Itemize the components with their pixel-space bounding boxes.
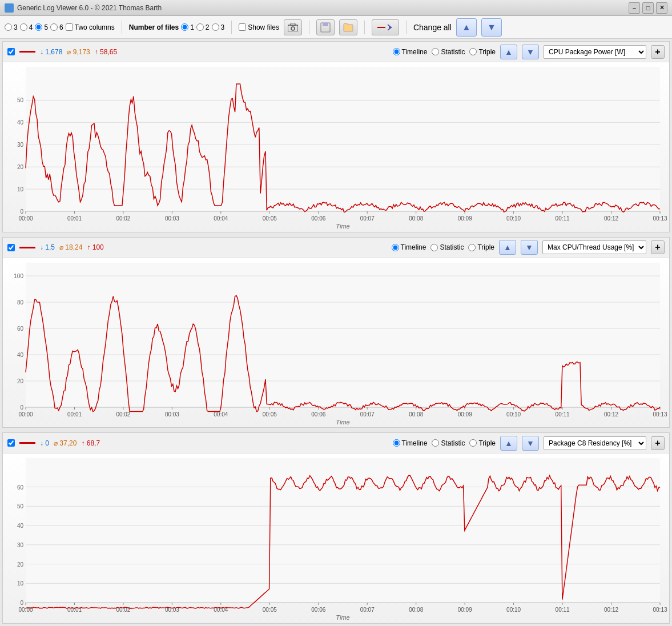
radio-num1-input[interactable] xyxy=(181,23,188,31)
svg-text:00:03: 00:03 xyxy=(165,215,179,222)
chart-down-btn-1[interactable]: ▼ xyxy=(522,45,539,59)
move-up-button[interactable]: ▲ xyxy=(456,18,477,37)
timeline-radio-label-3[interactable]: Timeline xyxy=(393,439,428,447)
sync-icon xyxy=(376,22,395,33)
svg-text:00:01: 00:01 xyxy=(67,215,82,222)
load-button[interactable] xyxy=(339,19,357,35)
statistic-radio-label-1[interactable]: Statistic xyxy=(432,48,465,56)
chart-dropdown-3[interactable]: Package C8 Residency [%] xyxy=(544,436,646,450)
chart-add-btn-3[interactable]: + xyxy=(651,436,665,450)
chart-up-btn-3[interactable]: ▲ xyxy=(500,436,517,451)
radio-num2-input[interactable] xyxy=(196,23,204,31)
statistic-radio-2[interactable] xyxy=(430,244,438,251)
svg-text:10: 10 xyxy=(17,186,24,192)
triple-radio-label-3[interactable]: Triple xyxy=(469,439,496,447)
svg-text:00:00: 00:00 xyxy=(18,607,33,613)
svg-text:50: 50 xyxy=(17,97,24,103)
radio-5-input[interactable] xyxy=(35,23,42,31)
triple-radio-1[interactable] xyxy=(469,48,477,55)
separator-1 xyxy=(122,21,122,34)
toolbar: 3 4 5 6 Two columns Number of files 1 2 xyxy=(0,16,672,39)
statistic-radio-label-3[interactable]: Statistic xyxy=(432,439,465,447)
svg-text:00:04: 00:04 xyxy=(214,215,228,222)
chart-dropdown-2[interactable]: Max CPU/Thread Usage [%] xyxy=(542,240,646,254)
chart-enabled-checkbox-2[interactable] xyxy=(7,244,15,251)
svg-text:00:09: 00:09 xyxy=(458,607,472,613)
svg-rect-8 xyxy=(26,67,660,211)
svg-text:60: 60 xyxy=(17,484,24,491)
chart-enabled-checkbox-1[interactable] xyxy=(7,48,15,55)
statistic-radio-3[interactable] xyxy=(432,439,439,447)
radio-4-input[interactable] xyxy=(20,23,27,31)
radio-3-label[interactable]: 3 xyxy=(5,23,18,31)
svg-text:40: 40 xyxy=(17,523,24,529)
radio-num1-label[interactable]: 1 xyxy=(181,23,194,31)
radio-num3-input[interactable] xyxy=(212,23,219,31)
radio-3-input[interactable] xyxy=(5,23,12,31)
triple-label-1: Triple xyxy=(478,48,496,56)
two-columns-label[interactable]: Two columns xyxy=(66,23,115,31)
triple-radio-2[interactable] xyxy=(468,244,476,251)
svg-text:00:12: 00:12 xyxy=(604,411,618,418)
chart-panel-3: ↓ 0 ⌀ 37,20 ↑ 68,7 Timeline Statistic Tr… xyxy=(2,432,670,624)
triple-radio-label-2[interactable]: Triple xyxy=(468,243,494,251)
radio-5-label[interactable]: 5 xyxy=(35,23,48,31)
chart-up-btn-2[interactable]: ▲ xyxy=(499,240,516,255)
separator-4 xyxy=(364,21,365,34)
num-files-group: Number of files 1 2 3 xyxy=(129,23,224,31)
move-down-button[interactable]: ▼ xyxy=(481,18,502,37)
chart-add-btn-1[interactable]: + xyxy=(651,45,665,59)
maximize-button[interactable]: □ xyxy=(642,2,654,14)
separator-3 xyxy=(309,21,309,34)
chart-add-btn-2[interactable]: + xyxy=(651,240,665,254)
statistic-radio-label-2[interactable]: Statistic xyxy=(430,243,464,251)
sync-button[interactable] xyxy=(372,19,399,35)
svg-text:50: 50 xyxy=(17,504,24,510)
chart-up-btn-1[interactable]: ▲ xyxy=(500,45,517,59)
view-radio-group-1: Timeline Statistic Triple xyxy=(393,48,496,56)
minimize-button[interactable]: − xyxy=(629,2,640,14)
svg-text:30: 30 xyxy=(17,542,24,548)
svg-marker-7 xyxy=(389,25,392,30)
svg-text:00:11: 00:11 xyxy=(556,607,570,613)
close-button[interactable]: ✕ xyxy=(656,2,667,14)
show-files-checkbox[interactable] xyxy=(239,23,246,31)
show-files-label[interactable]: Show files xyxy=(239,23,279,31)
chart-down-btn-3[interactable]: ▼ xyxy=(522,436,539,451)
svg-text:00:00: 00:00 xyxy=(18,411,33,418)
triple-radio-label-1[interactable]: Triple xyxy=(469,48,496,56)
radio-num2-label[interactable]: 2 xyxy=(196,23,210,31)
chart-down-btn-2[interactable]: ▼ xyxy=(521,240,538,255)
svg-text:00:09: 00:09 xyxy=(458,215,472,222)
svg-rect-5 xyxy=(322,28,329,31)
radio-4-label[interactable]: 4 xyxy=(20,23,33,31)
svg-text:00:13: 00:13 xyxy=(653,607,667,613)
svg-text:60: 60 xyxy=(17,326,24,332)
chart-stat-avg-2: ⌀ 18,24 xyxy=(59,243,82,251)
separator-5 xyxy=(406,21,407,34)
radio-6-label[interactable]: 6 xyxy=(50,23,63,31)
statistic-label-2: Statistic xyxy=(440,243,464,251)
chart-dropdown-1[interactable]: CPU Package Power [W] xyxy=(544,45,646,59)
chart-checkbox-1[interactable] xyxy=(7,48,15,55)
chart-checkbox-3[interactable] xyxy=(7,439,15,447)
camera-button[interactable] xyxy=(284,19,302,35)
timeline-radio-1[interactable] xyxy=(393,48,400,55)
svg-text:Time: Time xyxy=(336,223,349,230)
two-columns-checkbox[interactable] xyxy=(66,23,73,31)
chart-checkbox-2[interactable] xyxy=(7,244,15,251)
timeline-radio-2[interactable] xyxy=(392,244,399,251)
main-content: ↓ 1,678 ⌀ 9,173 ↑ 58,65 Timeline Statist… xyxy=(0,39,672,626)
svg-text:40: 40 xyxy=(17,352,24,358)
timeline-radio-label-1[interactable]: Timeline xyxy=(393,48,428,56)
timeline-radio-label-2[interactable]: Timeline xyxy=(392,243,426,251)
triple-radio-3[interactable] xyxy=(469,439,477,447)
statistic-radio-1[interactable] xyxy=(432,48,439,55)
timeline-radio-3[interactable] xyxy=(393,439,400,447)
chart-stat-max-2: ↑ 100 xyxy=(87,243,103,251)
svg-text:00:07: 00:07 xyxy=(360,607,375,613)
radio-6-input[interactable] xyxy=(50,23,58,31)
chart-enabled-checkbox-3[interactable] xyxy=(7,439,15,447)
save-button[interactable] xyxy=(316,19,335,35)
radio-num3-label[interactable]: 3 xyxy=(212,23,225,31)
